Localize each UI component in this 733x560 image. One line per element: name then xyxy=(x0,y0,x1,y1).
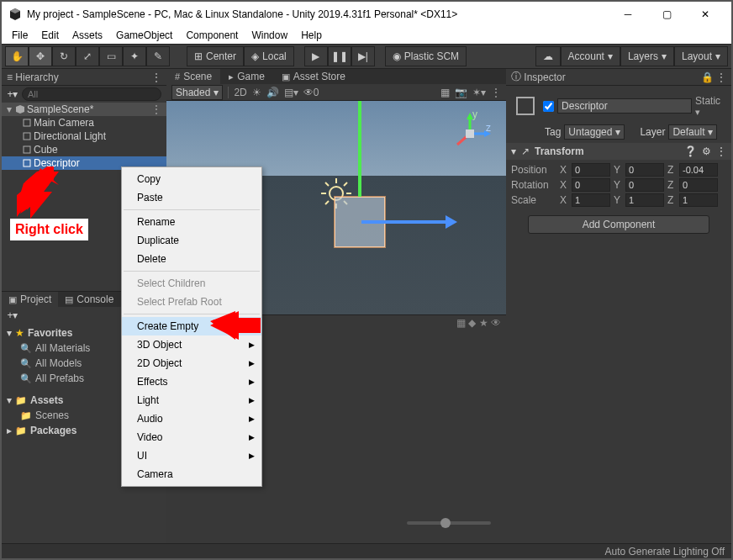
pos-x[interactable] xyxy=(572,163,610,177)
2d-toggle[interactable]: 2D xyxy=(234,87,246,98)
component-menu-icon[interactable]: ⋮ xyxy=(716,145,726,157)
hidden-toggle[interactable]: 👁0 xyxy=(303,87,319,98)
rot-y[interactable] xyxy=(625,178,664,192)
menu-edit[interactable]: Edit xyxy=(36,28,64,43)
ctx-delete[interactable]: Delete xyxy=(122,250,261,268)
unity-icon xyxy=(8,8,22,21)
scene-row[interactable]: ▾ SampleScene* ⋮ xyxy=(2,103,166,116)
layers-dropdown[interactable]: Layers ▾ xyxy=(620,46,674,66)
rect-tool[interactable]: ▭ xyxy=(99,46,123,66)
gameobject-name-field[interactable] xyxy=(557,98,692,114)
layer-dropdown[interactable]: Default ▾ xyxy=(668,124,717,140)
menu-gameobject[interactable]: GameObject xyxy=(111,28,177,43)
tab-asset-store[interactable]: ▣ Asset Store xyxy=(273,69,354,84)
ctx-2d-object[interactable]: 2D Object▶ xyxy=(122,354,261,372)
tag-dropdown[interactable]: Untagged ▾ xyxy=(564,124,625,140)
layer-label: Layer xyxy=(640,126,665,138)
tab-scene[interactable]: # Scene xyxy=(166,69,220,84)
tab-game[interactable]: ▸ Game xyxy=(220,69,273,84)
hierarchy-item-light[interactable]: Directional Light xyxy=(2,129,166,143)
ctx-audio[interactable]: Audio▶ xyxy=(122,409,261,428)
transform-tool[interactable]: ✦ xyxy=(123,46,146,66)
ctx-camera[interactable]: Camera xyxy=(122,465,261,483)
tab-project[interactable]: ▣ Project xyxy=(2,292,58,307)
panel-menu-icon[interactable]: ⋮ xyxy=(491,87,501,98)
play-button[interactable]: ▶ xyxy=(304,46,328,66)
svg-line-14 xyxy=(344,182,347,186)
pos-y[interactable] xyxy=(625,163,664,177)
layout-dropdown[interactable]: Layout ▾ xyxy=(674,46,728,66)
ctx-paste[interactable]: Paste xyxy=(122,188,261,207)
lighting-toggle[interactable]: ☀ xyxy=(252,87,261,98)
move-gizmo-y[interactable] xyxy=(358,101,361,197)
maximize-button[interactable]: ▢ xyxy=(647,2,686,27)
tab-console[interactable]: ▤ Console xyxy=(58,292,120,307)
svg-rect-3 xyxy=(24,119,30,126)
hierarchy-header[interactable]: ≡ Hierarchy ⋮ xyxy=(2,69,166,86)
scl-y[interactable] xyxy=(625,193,664,207)
hierarchy-create-dropdown[interactable]: +▾ xyxy=(7,88,18,100)
gameobject-icon[interactable] xyxy=(511,91,540,121)
cloud-button[interactable]: ☁ xyxy=(535,46,561,66)
scene-menu-icon[interactable]: ⋮ xyxy=(151,103,161,115)
fx-toggle[interactable]: ▤▾ xyxy=(284,87,298,98)
pivot-local[interactable]: ◈ Local xyxy=(244,46,294,66)
hierarchy-item-camera[interactable]: Main Camera xyxy=(2,116,166,129)
scl-x[interactable] xyxy=(572,193,610,207)
hand-tool[interactable]: ✋ xyxy=(5,46,29,66)
preset-icon[interactable]: ⚙ xyxy=(702,145,711,157)
ctx-ui[interactable]: UI▶ xyxy=(122,446,261,465)
move-gizmo-x[interactable] xyxy=(361,220,454,224)
menu-help[interactable]: Help xyxy=(296,28,327,43)
scl-z[interactable] xyxy=(679,193,718,207)
minimize-button[interactable]: ─ xyxy=(609,2,647,27)
static-dropdown[interactable]: Static ▾ xyxy=(695,95,726,118)
menu-window[interactable]: Window xyxy=(246,28,293,43)
move-tool[interactable]: ✥ xyxy=(29,46,52,66)
custom-tool[interactable]: ✎ xyxy=(146,46,170,66)
ctx-copy[interactable]: Copy xyxy=(122,170,261,188)
view-icons[interactable]: ▦ ◆ ★ 👁 xyxy=(456,317,501,329)
gameobject-active-checkbox[interactable] xyxy=(543,101,554,112)
audio-toggle[interactable]: 🔊 xyxy=(266,87,279,98)
ctx-select-children: Select Children xyxy=(122,274,261,293)
step-button[interactable]: ▶| xyxy=(351,46,375,66)
scale-tool[interactable]: ⤢ xyxy=(76,46,99,66)
panel-menu-icon[interactable]: ⋮ xyxy=(151,71,161,83)
menu-file[interactable]: File xyxy=(7,28,33,43)
ctx-effects[interactable]: Effects▶ xyxy=(122,372,261,391)
pivot-center[interactable]: ⊞ Center xyxy=(187,46,244,66)
cube-icon xyxy=(22,145,32,155)
ctx-rename[interactable]: Rename xyxy=(122,213,261,231)
add-component-button[interactable]: Add Component xyxy=(528,215,709,234)
ctx-duplicate[interactable]: Duplicate xyxy=(122,231,261,250)
hierarchy-search[interactable] xyxy=(22,87,161,101)
pos-z[interactable] xyxy=(679,163,718,177)
pause-button[interactable]: ❚❚ xyxy=(328,46,351,66)
close-button[interactable]: ✕ xyxy=(686,2,725,27)
camera-button[interactable]: 📷 xyxy=(455,87,467,98)
gizmos-dropdown[interactable]: ✶▾ xyxy=(472,87,486,98)
orientation-gizmo[interactable]: y z xyxy=(447,111,493,156)
rot-x[interactable] xyxy=(572,178,610,192)
help-icon[interactable]: ❔ xyxy=(684,145,697,157)
ctx-video[interactable]: Video▶ xyxy=(122,428,261,446)
shading-mode[interactable]: Shaded ▾ xyxy=(171,85,223,100)
account-dropdown[interactable]: Account ▾ xyxy=(561,46,620,66)
hierarchy-item-cube[interactable]: Cube xyxy=(2,143,166,156)
lock-icon[interactable]: 🔒 ⋮ xyxy=(701,71,726,83)
rot-z[interactable] xyxy=(679,178,718,192)
project-create-dropdown[interactable]: +▾ xyxy=(7,309,18,321)
inspector-header[interactable]: ⓘ Inspector 🔒 ⋮ xyxy=(506,69,731,86)
transform-component-header[interactable]: ▾↗ Transform ❔ ⚙ ⋮ xyxy=(506,143,731,160)
menu-assets[interactable]: Assets xyxy=(67,28,108,43)
ctx-light[interactable]: Light▶ xyxy=(122,391,261,409)
status-bar: Auto Generate Lighting Off xyxy=(2,543,731,558)
rotate-tool[interactable]: ↻ xyxy=(52,46,76,66)
gizmo-grid-toggle[interactable]: ▦ xyxy=(440,87,450,98)
plastic-scm[interactable]: ◉ Plastic SCM xyxy=(385,46,467,66)
window-title-bar: My project - SampleScene - PC, Mac & Lin… xyxy=(2,2,731,27)
menu-component[interactable]: Component xyxy=(181,28,243,43)
thumbnail-size-slider[interactable] xyxy=(407,521,491,525)
annotation-arrow-1 xyxy=(12,166,54,214)
